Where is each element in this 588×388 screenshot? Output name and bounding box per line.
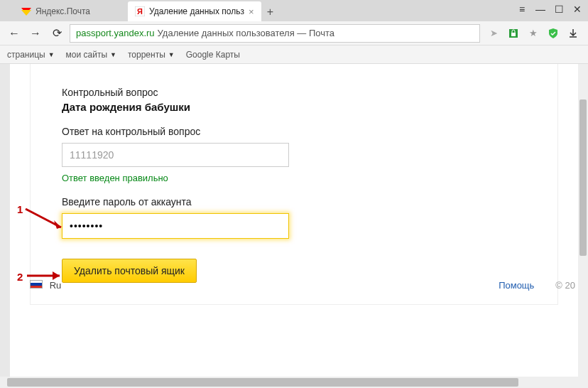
reload-button[interactable]: ⟳ bbox=[48, 25, 65, 42]
star-icon[interactable]: ★ bbox=[527, 27, 540, 40]
new-tab-button[interactable]: + bbox=[261, 3, 280, 21]
security-question-text: Дата рождения бабушки bbox=[62, 101, 526, 113]
answer-input[interactable] bbox=[62, 143, 289, 167]
url-host: passport.yandex.ru bbox=[76, 28, 155, 38]
annotation-number-2: 2 bbox=[17, 271, 23, 283]
tab-label: Удаление данных польз bbox=[149, 6, 244, 16]
page-viewport: Контрольный вопрос Дата рождения бабушки… bbox=[10, 64, 578, 377]
bookmark-google-maps[interactable]: Google Карты bbox=[186, 50, 240, 60]
svg-rect-5 bbox=[511, 33, 516, 36]
flag-ru-icon bbox=[30, 280, 43, 289]
horizontal-scrollbar[interactable] bbox=[0, 377, 588, 388]
minimize-icon[interactable]: — bbox=[534, 3, 547, 16]
tab-active[interactable]: Я Удаление данных польз × bbox=[128, 1, 261, 21]
password-input[interactable] bbox=[62, 213, 289, 239]
svg-marker-1 bbox=[21, 10, 31, 16]
maximize-icon[interactable]: ☐ bbox=[552, 3, 565, 16]
forward-button[interactable]: → bbox=[27, 25, 44, 42]
menu-icon[interactable]: ≡ bbox=[516, 3, 528, 16]
close-window-icon[interactable]: ✕ bbox=[571, 3, 584, 16]
close-icon[interactable]: × bbox=[249, 6, 254, 17]
answer-label: Ответ на контрольный вопрос bbox=[62, 126, 526, 137]
vertical-scrollbar-thumb[interactable] bbox=[579, 99, 587, 256]
chevron-down-icon: ▼ bbox=[168, 51, 175, 58]
help-link[interactable]: Помощь bbox=[499, 280, 534, 291]
copyright: © 20 bbox=[555, 280, 575, 291]
address-bar[interactable]: passport.yandex.ru Удаление данных польз… bbox=[70, 24, 480, 43]
vertical-scrollbar[interactable] bbox=[578, 64, 588, 377]
chevron-down-icon: ▼ bbox=[48, 51, 55, 58]
bookmark-pages[interactable]: страницы▼ bbox=[7, 50, 55, 60]
lock-icon[interactable] bbox=[507, 27, 520, 40]
yandex-mail-icon bbox=[21, 6, 31, 16]
download-icon[interactable] bbox=[567, 27, 579, 40]
chevron-down-icon: ▼ bbox=[110, 51, 116, 58]
back-button[interactable]: ← bbox=[6, 25, 23, 42]
password-label: Введите пароль от аккаунта bbox=[62, 196, 526, 208]
tab-label: Яндекс.Почта bbox=[36, 6, 90, 16]
svg-text:Я: Я bbox=[137, 7, 143, 16]
bookmark-torrents[interactable]: торренты▼ bbox=[128, 50, 175, 60]
language-switch[interactable]: Ru bbox=[30, 280, 61, 291]
security-question-title: Контрольный вопрос bbox=[62, 87, 526, 98]
delete-mailbox-button[interactable]: Удалить почтовый ящик bbox=[62, 259, 197, 283]
answer-status-ok: Ответ введен правильно bbox=[62, 173, 526, 183]
language-label: Ru bbox=[50, 280, 62, 291]
tab-inactive[interactable]: Яндекс.Почта bbox=[14, 1, 128, 21]
shield-icon[interactable] bbox=[547, 27, 560, 40]
send-icon[interactable]: ➤ bbox=[487, 27, 500, 40]
content-card: Контрольный вопрос Дата рождения бабушки… bbox=[30, 64, 558, 305]
horizontal-scrollbar-thumb[interactable] bbox=[7, 378, 518, 387]
url-title: Удаление данных пользователя — Почта bbox=[158, 28, 334, 38]
yandex-icon: Я bbox=[135, 6, 145, 16]
annotation-number-1: 1 bbox=[17, 203, 23, 215]
bookmark-my-sites[interactable]: мои сайты▼ bbox=[66, 50, 116, 60]
